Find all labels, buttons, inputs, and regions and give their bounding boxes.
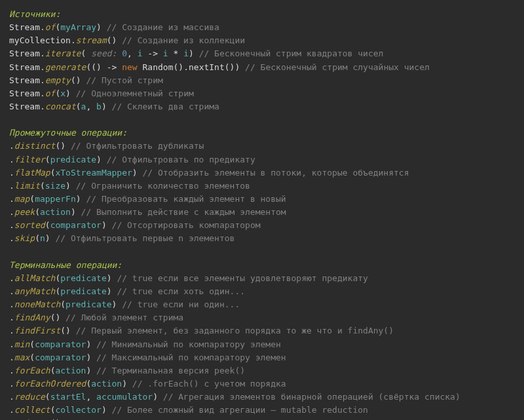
code-method: distinct [14, 141, 56, 151]
space [102, 22, 107, 32]
code-method: peek [14, 207, 35, 217]
space [91, 339, 96, 349]
code-line: .limit(size) // Ограничить количество эл… [9, 180, 515, 193]
code-method: forEach [14, 366, 50, 375]
code-line: .noneMatch(predicate) // true если ни од… [9, 298, 515, 311]
code-comment: // Ограничить количество элементов [76, 181, 250, 191]
code-class: Stream [9, 48, 40, 58]
code-arg: predicate [66, 299, 111, 309]
dot-operator: . [9, 207, 14, 217]
space [107, 102, 112, 111]
code-arg: comparator [50, 220, 102, 230]
dot-operator: . [9, 405, 14, 415]
code-line: Stream.iterate( seed: 0, i -> i * i) // … [9, 47, 515, 60]
code-comment: // Создание из массива [107, 22, 219, 32]
code-comment: // Бесконечный стрим случайных чисел [245, 62, 430, 72]
paren-close: ) [107, 286, 112, 296]
code-method: of [45, 88, 56, 98]
code-line: .findAny() // Любой элемент стрима [9, 311, 515, 324]
code-arg: () [225, 62, 235, 72]
code-comment: // Максимальный по компаратору элемен [96, 353, 286, 362]
code-arg: predicate [60, 273, 106, 283]
paren-close: ) [96, 155, 102, 164]
dot-operator: . [9, 181, 14, 191]
code-line: .toArray() // Массив из элементов [9, 417, 515, 420]
paren-open: ( [60, 299, 66, 309]
code-arg: , [86, 392, 96, 402]
code-method: reduce [14, 392, 45, 402]
code-comment: // true если все элементы удовлетворяют … [117, 273, 368, 283]
dot-operator: . [71, 35, 76, 45]
section-sources: Stream.of(myArray) // Создание из массив… [9, 21, 515, 113]
code-arg: i [163, 48, 168, 58]
space [107, 405, 112, 415]
code-comment: // Отфильтровать первые n элементов [55, 233, 234, 243]
paren-open: ( [45, 220, 50, 230]
paren-close: ) [132, 168, 138, 178]
dot-operator: . [9, 220, 14, 230]
code-arg: () -> [91, 62, 122, 72]
dot-operator: . [9, 155, 14, 164]
code-comment: // Отфильтровать дубликаты [71, 141, 204, 151]
dot-operator: . [40, 102, 45, 111]
dot-operator: . [40, 88, 45, 98]
code-class: Stream [9, 102, 40, 111]
dot-operator: . [9, 233, 14, 243]
code-method: concat [45, 102, 76, 111]
space [66, 141, 71, 151]
paren-close: ) [45, 233, 50, 243]
code-arg: comparator [35, 353, 86, 362]
paren-close: ) [71, 207, 76, 217]
paren-open: ( [71, 75, 76, 85]
blank-line [9, 246, 515, 259]
paren-close: ) [153, 392, 158, 402]
code-class: myCollection [9, 35, 71, 45]
dot-operator: . [9, 353, 14, 362]
code-class: Stream [9, 75, 40, 85]
code-comment: // Отобразить элементы в потоки, которые… [143, 168, 409, 178]
code-arg: , [86, 102, 96, 111]
space [107, 220, 112, 230]
section-title-sources: Источники: [9, 8, 515, 21]
blank-line [9, 113, 515, 126]
code-arg: () [174, 62, 184, 72]
code-method: map [14, 194, 29, 204]
code-arg: nextInt [189, 62, 225, 72]
code-line: Stream.generate(() -> new Random().nextI… [9, 61, 515, 74]
code-arg: action [40, 207, 71, 217]
code-arg: action [91, 379, 122, 389]
paren-close: ) [122, 379, 127, 389]
code-comment: // Более сложный вид агрегации — mutable… [112, 405, 368, 415]
paren-open: ( [76, 102, 81, 111]
code-comment: // Бесконечный стрим квадратов чисел [199, 48, 384, 58]
code-line: myCollection.stream() // Создание из кол… [9, 34, 515, 47]
dot-operator: . [9, 339, 14, 349]
code-comment: // Отфильтровать по предикату [107, 155, 255, 164]
code-comment: // Выполнить действие с каждым элементом [81, 207, 286, 217]
code-comment: // .forEach() с учетом порядка [132, 379, 286, 389]
code-arg: predicate [60, 286, 106, 296]
space [138, 168, 143, 178]
code-comment: // Отсортировать компаратором [112, 220, 261, 230]
paren-close: ) [102, 102, 107, 111]
code-line: .sorted(comparator) // Отсортировать ком… [9, 219, 515, 232]
space [71, 181, 76, 191]
code-arg: . [183, 62, 189, 72]
code-line: .flatMap(xToStreamMapper) // Отобразить … [9, 166, 515, 180]
code-method: of [45, 22, 56, 32]
dot-operator: . [9, 299, 14, 309]
dot-operator: . [9, 273, 14, 283]
code-line: .allMatch(predicate) // true если все эл… [9, 272, 515, 285]
code-line: .forEachOrdered(action) // .forEach() с … [9, 377, 515, 391]
paren-open: ( [60, 326, 66, 335]
code-comment: // Одноэлемнетный стрим [76, 88, 194, 98]
code-method: min [14, 339, 29, 349]
code-comment: // true если ни один... [122, 299, 240, 309]
space [194, 48, 199, 58]
code-method: iterate [45, 48, 81, 58]
code-comment: // Создание из коллекции [122, 35, 245, 45]
code-line: .filter(predicate) // Отфильтровать по п… [9, 153, 515, 166]
dot-operator: . [9, 366, 14, 375]
paren-open: ( [107, 35, 112, 45]
code-comment: // Терминальная версия peek() [96, 366, 245, 375]
